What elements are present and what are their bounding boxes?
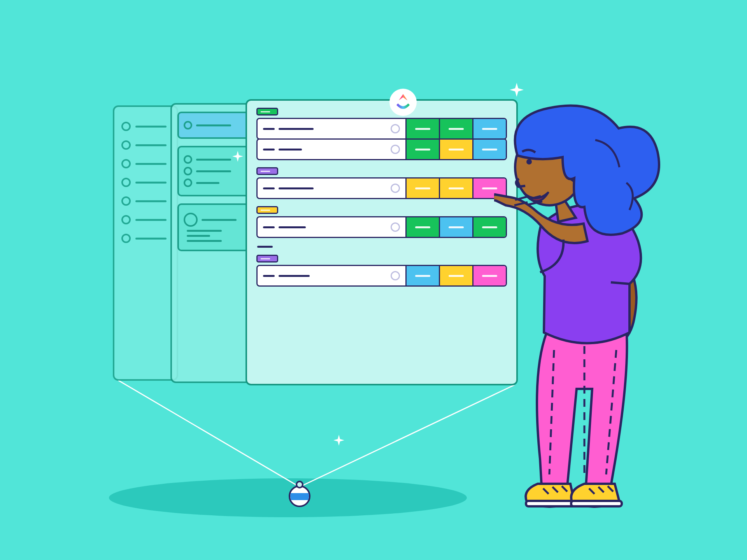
- text-placeholder: [279, 226, 306, 228]
- svg-point-3: [526, 159, 532, 164]
- list-item: [121, 178, 170, 187]
- text-placeholder: [279, 149, 302, 150]
- task-group: [256, 206, 507, 238]
- status-cell[interactable]: [405, 119, 439, 138]
- bullet-icon: [184, 178, 192, 187]
- text-placeholder: [135, 182, 167, 184]
- list-item: [121, 122, 170, 131]
- bullet-icon: [121, 178, 131, 187]
- task-title-area: [258, 140, 405, 159]
- text-placeholder: [135, 238, 167, 240]
- task-board-panel: [245, 99, 518, 385]
- status-cell[interactable]: [439, 217, 472, 237]
- task-group: [256, 108, 507, 160]
- shoe-left: [526, 484, 577, 507]
- sparkle-icon: [232, 150, 244, 162]
- text-placeholder: [135, 144, 167, 146]
- text-placeholder: [187, 240, 222, 242]
- text-placeholder: [263, 128, 275, 130]
- sparkle-icon: [509, 82, 524, 98]
- group-status-tag: [256, 206, 278, 214]
- svg-rect-8: [526, 501, 577, 506]
- text-placeholder: [202, 219, 237, 221]
- text-placeholder: [135, 163, 167, 165]
- task-row[interactable]: [256, 138, 507, 160]
- assignee-avatar-placeholder: [391, 184, 400, 193]
- assignee-avatar-placeholder: [391, 145, 400, 154]
- status-cell[interactable]: [439, 178, 472, 198]
- illustration-scene: [0, 0, 747, 560]
- task-title-area: [258, 119, 405, 138]
- list-item: [121, 140, 170, 150]
- hologram-projector-lens: [296, 481, 303, 488]
- task-row[interactable]: [256, 265, 507, 287]
- text-placeholder: [263, 149, 275, 150]
- card: [177, 203, 253, 251]
- text-placeholder: [187, 235, 210, 237]
- text-placeholder: [263, 275, 275, 277]
- task-row[interactable]: [256, 216, 507, 238]
- assignee-avatar-placeholder: [391, 271, 400, 280]
- text-placeholder: [135, 200, 167, 202]
- text-placeholder: [196, 182, 219, 184]
- task-row[interactable]: [256, 177, 507, 199]
- status-cell[interactable]: [405, 217, 439, 237]
- list-item: [121, 196, 170, 206]
- bullet-icon: [121, 234, 131, 243]
- task-title-area: [258, 217, 405, 237]
- bullet-icon: [121, 215, 131, 224]
- text-placeholder: [187, 230, 222, 232]
- card: [177, 112, 253, 139]
- shoe-right: [571, 484, 622, 507]
- status-cell[interactable]: [439, 119, 472, 138]
- text-placeholder: [263, 187, 275, 189]
- background-panel-list: [113, 105, 178, 381]
- text-placeholder: [196, 124, 231, 126]
- sparkle-icon: [333, 434, 345, 446]
- text-placeholder: [263, 226, 275, 228]
- text-placeholder: [279, 128, 314, 130]
- task-title-area: [258, 266, 405, 285]
- task-group: [256, 167, 507, 199]
- bullet-icon: [184, 167, 192, 175]
- group-subheading: [257, 246, 273, 248]
- group-status-tag: [256, 255, 278, 262]
- group-status-tag: [256, 167, 278, 175]
- bullet-icon: [184, 121, 192, 130]
- text-placeholder: [196, 170, 231, 172]
- status-cell[interactable]: [405, 178, 439, 198]
- status-cell[interactable]: [405, 266, 439, 285]
- person-illustration: [494, 101, 689, 509]
- avatar-placeholder: [184, 213, 198, 227]
- text-placeholder: [196, 159, 231, 161]
- text-placeholder: [279, 187, 314, 189]
- assignee-avatar-placeholder: [391, 222, 400, 232]
- list-item: [121, 234, 170, 243]
- text-placeholder: [279, 275, 310, 277]
- hologram-projector: [289, 485, 310, 507]
- bullet-icon: [121, 140, 131, 150]
- svg-rect-9: [571, 501, 622, 506]
- task-row[interactable]: [256, 118, 507, 140]
- clickup-logo-icon: [389, 89, 417, 116]
- task-group: [256, 255, 507, 287]
- list-item: [121, 159, 170, 168]
- text-placeholder: [135, 219, 167, 221]
- assignee-avatar-placeholder: [391, 124, 400, 133]
- status-cell[interactable]: [439, 266, 472, 285]
- group-status-tag: [256, 108, 278, 116]
- task-title-area: [258, 178, 405, 198]
- clickup-logo-badge: [389, 89, 417, 116]
- bullet-icon: [121, 196, 131, 206]
- bullet-icon: [184, 155, 192, 164]
- bullet-icon: [121, 122, 131, 131]
- list-item: [121, 215, 170, 224]
- status-cell[interactable]: [439, 140, 472, 159]
- text-placeholder: [135, 126, 167, 128]
- bullet-icon: [121, 159, 131, 168]
- status-cell[interactable]: [405, 140, 439, 159]
